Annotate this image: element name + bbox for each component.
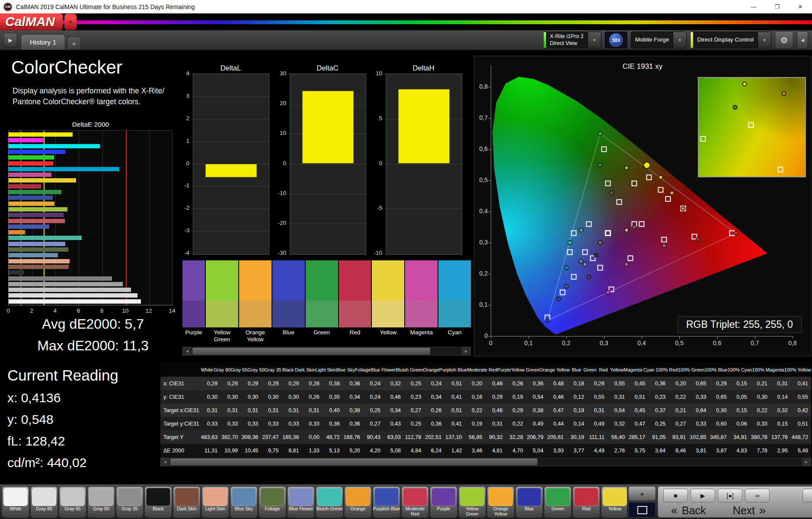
axis-tick-label: 10: [367, 70, 382, 77]
pattern-color: [146, 488, 170, 506]
pattern-button-blue[interactable]: Blue: [515, 486, 543, 518]
single-measure-button[interactable]: [●]: [718, 489, 742, 503]
close-button[interactable]: ✕: [789, 0, 812, 13]
pattern-color: [118, 488, 142, 506]
stop-button[interactable]: ■: [663, 489, 688, 503]
scrollbar-thumb[interactable]: [192, 348, 430, 355]
scroll-right-button[interactable]: ►: [802, 458, 811, 466]
table-cell: 0,49: [587, 417, 607, 430]
target-black: [605, 231, 611, 236]
table-cell: 0,31: [200, 404, 221, 417]
patch-swatch-green[interactable]: Green: [306, 260, 338, 346]
pattern-button-gray-50[interactable]: Gray 50: [87, 486, 115, 518]
pattern-button-bluish-green[interactable]: Bluish Green: [316, 486, 343, 518]
pattern-label: Bluish Green: [316, 506, 343, 512]
table-cell: 137,76: [770, 430, 791, 444]
patch-swatch-red[interactable]: Red: [339, 260, 371, 346]
play-button[interactable]: ▶: [691, 489, 715, 503]
pattern-button-moderate-red[interactable]: Moderate Red: [401, 486, 429, 518]
pattern-label: Light Skin: [202, 506, 229, 512]
pattern-button-orange-yellow[interactable]: Orange Yellow: [487, 486, 515, 518]
scrollbar-track[interactable]: [169, 458, 802, 466]
patch-swatch-orange-yellow[interactable]: Orange Yellow: [239, 260, 272, 346]
test-pattern-toolbar: WhiteGray 80Gray 65Gray 50Gray 35BlackDa…: [0, 484, 812, 519]
scrollbar-thumb[interactable]: [170, 458, 537, 465]
expand-left-panel-button[interactable]: ▶: [3, 33, 17, 48]
pattern-button-foliage[interactable]: Foliage: [259, 486, 286, 518]
back-button[interactable]: « Back: [664, 503, 713, 517]
pattern-button-blue-sky[interactable]: Blue Sky: [230, 486, 258, 518]
pattern-button-yellow[interactable]: Yellow: [601, 486, 627, 518]
pattern-button-orange[interactable]: Orange: [344, 486, 372, 518]
add-tab-button[interactable]: +: [67, 36, 81, 50]
y-tick-label: 0,6: [473, 145, 488, 152]
measured-purplish-blue: [564, 284, 569, 288]
pattern-color: [346, 488, 370, 506]
logo-dropdown-button[interactable]: ▼: [64, 14, 77, 30]
tab-history-1[interactable]: History 1: [21, 34, 65, 50]
pattern-button-white[interactable]: White: [2, 486, 29, 518]
pattern-swatch-row: WhiteGray 80Gray 65Gray 50Gray 35BlackDa…: [0, 485, 627, 519]
patch-swatch-magenta[interactable]: Magenta: [405, 260, 438, 346]
table-cell: 0,29: [281, 377, 302, 390]
patch-swatch-purple[interactable]: Purple: [182, 260, 205, 346]
maximize-button[interactable]: ❐: [765, 0, 789, 13]
target-green: [605, 181, 611, 186]
pattern-button-red[interactable]: Red: [572, 486, 600, 518]
current-reading-title: Current Reading: [7, 367, 118, 384]
minimize-button[interactable]: —: [742, 0, 765, 13]
scroll-left-button[interactable]: ◄: [183, 347, 192, 355]
table-cell: 0,23: [648, 390, 668, 404]
meter-count-badge[interactable]: 103: [605, 32, 627, 48]
y-tick-label: 0,5: [473, 176, 488, 183]
pattern-button-dark-skin[interactable]: Dark Skin: [173, 486, 201, 518]
row-header: Target x:CIE31: [160, 404, 200, 417]
patch-swatch-yellow-green[interactable]: Yellow Green: [206, 260, 238, 346]
pattern-button-gray-35[interactable]: Gray 35: [116, 486, 144, 518]
scroll-right-button[interactable]: ►: [462, 347, 470, 355]
table-cell: 0,19: [505, 390, 526, 404]
display-control-selector[interactable]: Direct Display Control ▼: [690, 32, 771, 48]
x-tick-mark: [642, 336, 642, 339]
chevron-down-icon[interactable]: ▼: [588, 32, 601, 48]
pattern-button-yellow-green[interactable]: Yellow Green: [458, 486, 486, 518]
meter-selector[interactable]: X-Rite i1Pro 2 Direct View ▼: [543, 32, 601, 48]
pattern-window-button[interactable]: [628, 502, 656, 518]
pattern-button-black[interactable]: Black: [144, 486, 172, 518]
settings-gear-button[interactable]: ⚙: [775, 31, 793, 49]
target-foliage: [616, 199, 622, 205]
pattern-button-gray-65[interactable]: Gray 65: [59, 486, 86, 518]
table-scrollbar[interactable]: ◄ ►: [160, 458, 811, 466]
refresh-button[interactable]: ⟳: [802, 489, 812, 503]
pattern-button-green[interactable]: Green: [544, 486, 572, 518]
chevron-down-icon[interactable]: ▼: [673, 32, 686, 48]
swatch-strip-scrollbar[interactable]: ◄ ►: [182, 347, 471, 356]
patch-swatch-blue[interactable]: Blue: [272, 260, 305, 346]
expand-toolbar-button[interactable]: ▲: [628, 486, 656, 501]
x-tick-mark: [793, 336, 793, 339]
target-bluish-green: [586, 221, 591, 227]
chevron-down-icon[interactable]: ▼: [758, 32, 771, 48]
target-purple: [598, 265, 603, 270]
pattern-button-gray-80[interactable]: Gray 80: [30, 486, 58, 518]
pattern-button-purple[interactable]: Purple: [430, 486, 457, 518]
pattern-source-selector[interactable]: Mobile Forge ▼: [631, 32, 687, 48]
pattern-tools-column: ▲: [628, 486, 656, 518]
next-button[interactable]: Next »: [726, 503, 773, 517]
table-cell: 0,47: [628, 417, 648, 430]
target-magenta: [627, 256, 633, 261]
patch-chip: [372, 260, 404, 327]
pattern-button-purplish-blue[interactable]: Purplish Blue: [373, 486, 400, 518]
continuous-measure-button[interactable]: ∞: [745, 489, 770, 503]
patch-swatch-yellow[interactable]: Yellow: [372, 260, 404, 346]
pattern-button-blue-flower[interactable]: Blue Flower: [287, 486, 315, 518]
measured-dark-skin: [632, 225, 636, 230]
patch-swatches: PurpleYellow GreenOrange YellowBlueGreen…: [182, 260, 471, 346]
scroll-left-button[interactable]: ◄: [161, 458, 169, 466]
pattern-button-light-skin[interactable]: Light Skin: [201, 486, 229, 518]
bar-purple: [9, 213, 64, 217]
patch-swatch-cyan[interactable]: Cyan: [438, 260, 471, 346]
measured-black: [594, 253, 599, 257]
collapse-right-panel-button[interactable]: ◀: [797, 31, 808, 49]
scrollbar-track[interactable]: [192, 347, 462, 355]
